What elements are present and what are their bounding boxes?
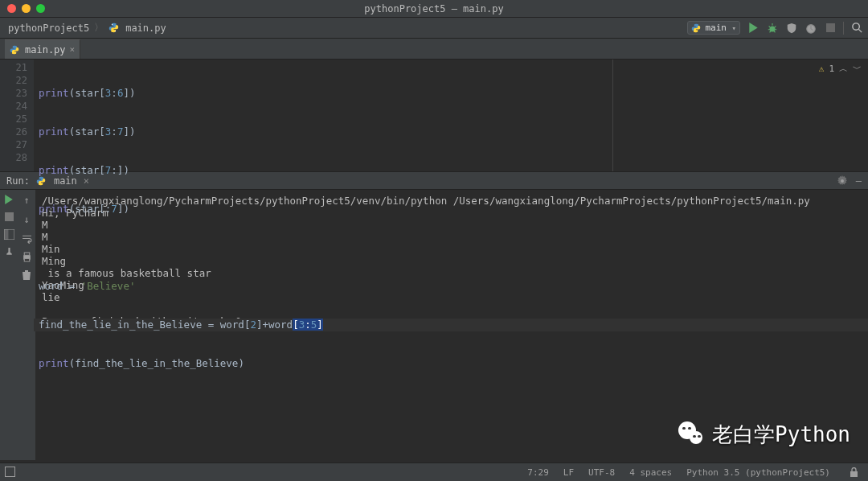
wechat-icon [678,421,706,449]
line-number: 27 [0,138,27,151]
watermark-text: 老白学Python [712,421,850,449]
stop-icon[interactable] [5,212,14,221]
svg-rect-4 [826,23,835,32]
line-number: 26 [0,125,27,138]
editor-tabs: main.py × [0,39,868,60]
minimize-window-button[interactable] [22,4,31,13]
debug-button[interactable] [766,22,779,35]
tab-label: main.py [25,44,66,56]
editor[interactable]: 21 22 23 24 25 26 27 28 print(star[3:6])… [0,60,868,171]
run-console-toolbar: ↑ ↓ [18,190,35,460]
run-config-selector[interactable]: main [687,21,741,35]
status-bar: 7:29 LF UTF-8 4 spaces Python 3.5 (pytho… [0,462,868,481]
file-encoding[interactable]: UTF-8 [588,467,615,478]
token: 6 [117,87,124,99]
trash-icon[interactable] [22,270,31,281]
window-controls [7,4,45,13]
code-area[interactable]: print(star[3:6]) print(star[3:7]) print(… [34,60,868,171]
token: 5 [311,319,317,331]
token: print [39,125,69,138]
soft-wrap-icon[interactable] [22,233,32,244]
line-separator[interactable]: LF [563,467,574,478]
profiler-button[interactable] [805,22,817,35]
breadcrumb-project[interactable]: pythonProject5 [8,23,89,34]
token: word [268,319,293,331]
rerun-icon[interactable] [4,195,14,204]
token: find_the_lie_in_the_Believe [75,357,238,369]
breadcrumb[interactable]: pythonProject5 〉 main.py [8,21,166,35]
token: = [69,280,76,292]
inspection-indicator[interactable]: ⚠ 1 ︿ ﹀ [819,63,862,75]
gutter: 21 22 23 24 25 26 27 28 [0,60,34,171]
run-config-label: main [706,23,727,33]
token: word [39,280,63,292]
run-label: Run: [6,175,30,187]
run-left-toolbar [0,190,18,460]
warning-icon: ⚠ [819,64,825,74]
svg-rect-12 [24,259,30,261]
line-number: 21 [0,61,27,74]
token: print [39,87,69,99]
toolbar-separator [843,22,844,35]
watermark: 老白学Python [678,421,850,449]
svg-rect-13 [850,471,858,477]
close-window-button[interactable] [7,4,16,13]
scroll-down-icon[interactable]: ↓ [23,214,29,225]
readonly-lock-icon[interactable] [850,467,858,477]
warning-count: 1 [829,64,834,74]
token: 7 [111,203,117,215]
token: word [220,319,244,331]
maximize-window-button[interactable] [36,4,45,13]
token: 7 [117,125,124,138]
line-number: 23 [0,87,27,100]
token: 3 [105,125,112,138]
stop-button[interactable] [824,22,837,35]
token: + [263,319,269,331]
nav-toolbar: pythonProject5 〉 main.py main [0,18,868,39]
svg-rect-9 [4,229,8,240]
pin-icon[interactable] [4,248,14,258]
token: print [39,357,69,369]
layout-icon[interactable] [4,229,14,240]
token: = [208,319,215,331]
token: 2 [250,319,256,331]
python-file-icon [10,45,19,55]
top-toolbar: main [687,21,864,35]
svg-point-0 [112,24,113,25]
python-interpreter[interactable]: Python 3.5 (pythonProject5) [686,467,830,478]
token: print [39,164,69,176]
token: find_the_lie_in_the_Believe [39,319,202,331]
python-file-icon [108,23,119,33]
indent-settings[interactable]: 4 spaces [629,467,672,478]
token: star [75,164,99,176]
python-icon [691,23,701,33]
selection: [3:5] [293,319,323,331]
editor-tab-main[interactable]: main.py × [5,39,80,59]
svg-point-5 [852,23,858,30]
token: 'Believe' [81,280,136,292]
token: 3 [105,87,112,99]
svg-rect-11 [24,253,30,255]
line-number: 25 [0,113,27,125]
token: 3 [299,319,305,331]
search-icon[interactable] [850,22,863,35]
svg-rect-7 [5,212,14,221]
breadcrumb-file[interactable]: main.py [125,23,166,34]
token: star [75,125,99,138]
line-number: 28 [0,151,27,164]
breadcrumb-sep: 〉 [94,21,104,35]
toolwindows-toggle-icon[interactable] [5,467,15,477]
titlebar: pythonProject5 – main.py [0,0,868,18]
window-title: pythonProject5 – main.py [364,3,503,14]
print-icon[interactable] [22,252,32,262]
next-highlight-icon[interactable]: ﹀ [853,63,862,75]
token: star [75,87,99,99]
token: star [75,203,99,215]
tab-close-icon[interactable]: × [70,44,76,55]
run-button[interactable] [747,22,760,35]
prev-highlight-icon[interactable]: ︿ [839,63,848,75]
scroll-up-icon[interactable]: ↑ [23,195,29,206]
svg-point-1 [115,31,116,31]
cursor-position[interactable]: 7:29 [527,467,549,478]
coverage-button[interactable] [785,22,798,35]
